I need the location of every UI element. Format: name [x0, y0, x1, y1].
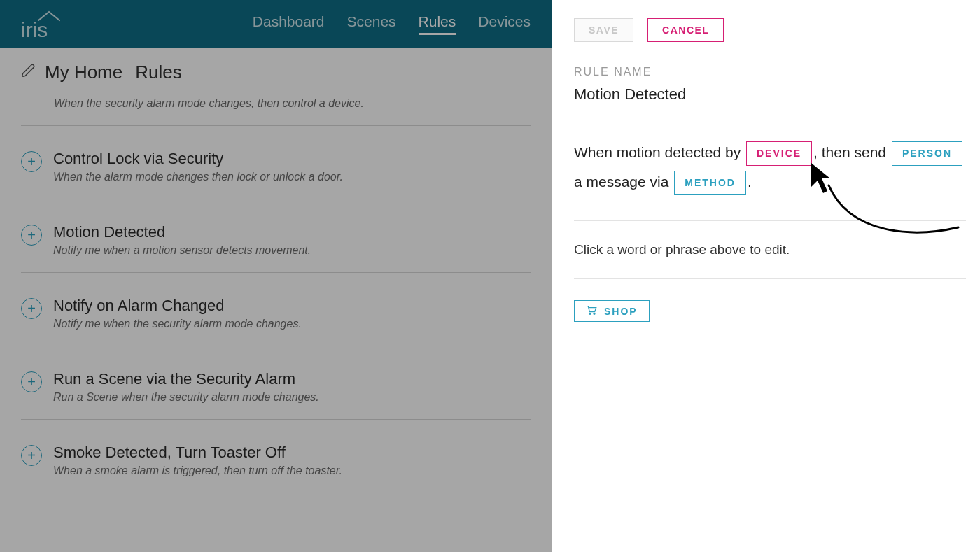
- rule-item[interactable]: + Run a Scene via the Security Alarm Run…: [21, 346, 531, 420]
- iris-logo: iris: [21, 9, 64, 40]
- nav-scenes[interactable]: Scenes: [347, 13, 396, 35]
- rule-item[interactable]: + Control Lock via Security When the ala…: [21, 126, 531, 199]
- person-chip[interactable]: PERSON: [892, 141, 962, 166]
- edit-hint-text: Click a word or phrase above to edit.: [574, 242, 966, 279]
- rule-description-partial: When the security alarm mode changes, th…: [21, 97, 531, 126]
- rule-description: Notify me when the security alarm mode c…: [53, 318, 302, 330]
- rule-item[interactable]: + Smoke Detected, Turn Toaster Off When …: [21, 420, 531, 493]
- save-button[interactable]: SAVE: [574, 18, 634, 42]
- rule-description: When a smoke alarm is triggered, then tu…: [53, 465, 342, 477]
- rule-sentence: When motion detected by DEVICE, then sen…: [574, 138, 966, 221]
- device-chip[interactable]: DEVICE: [746, 141, 812, 166]
- shop-label: SHOP: [604, 306, 638, 317]
- rule-description: Notify me when a motion sensor detects m…: [53, 244, 311, 257]
- page-subheader: My Home Rules: [0, 48, 552, 97]
- edit-icon[interactable]: [21, 62, 36, 83]
- rule-title: Run a Scene via the Security Alarm: [53, 370, 319, 388]
- nav-devices[interactable]: Devices: [478, 13, 531, 35]
- svg-text:iris: iris: [21, 18, 48, 40]
- add-rule-icon[interactable]: +: [21, 151, 42, 172]
- add-rule-icon[interactable]: +: [21, 225, 42, 246]
- svg-point-2: [589, 313, 591, 314]
- rules-list: When the security alarm mode changes, th…: [0, 97, 552, 552]
- rule-item[interactable]: + Notify on Alarm Changed Notify me when…: [21, 273, 531, 346]
- rule-editor-panel: SAVE CANCEL RULE NAME When motion detect…: [552, 0, 980, 552]
- rule-title: Control Lock via Security: [53, 150, 343, 168]
- rule-title: Notify on Alarm Changed: [53, 297, 302, 315]
- rule-title: Motion Detected: [53, 223, 311, 241]
- svg-point-3: [594, 313, 595, 314]
- sentence-text: When motion detected by: [574, 144, 741, 160]
- nav-rules[interactable]: Rules: [419, 13, 456, 35]
- breadcrumb-home: My Home: [45, 62, 122, 83]
- sentence-text: , then send: [813, 144, 886, 160]
- sentence-text: a message via: [574, 174, 668, 190]
- add-rule-icon[interactable]: +: [21, 445, 42, 466]
- cancel-button[interactable]: CANCEL: [648, 18, 724, 42]
- rule-title: Smoke Detected, Turn Toaster Off: [53, 444, 342, 462]
- breadcrumb-section: Rules: [135, 62, 181, 83]
- nav-dashboard[interactable]: Dashboard: [253, 13, 325, 35]
- rule-description: Run a Scene when the security alarm mode…: [53, 391, 319, 404]
- method-chip[interactable]: METHOD: [674, 171, 746, 195]
- add-rule-icon[interactable]: +: [21, 298, 42, 319]
- add-rule-icon[interactable]: +: [21, 371, 42, 392]
- cart-icon: [586, 305, 597, 317]
- shop-button[interactable]: SHOP: [574, 300, 650, 322]
- rule-item[interactable]: + Motion Detected Notify me when a motio…: [21, 199, 531, 273]
- rule-name-input[interactable]: [574, 83, 966, 111]
- rule-name-label: RULE NAME: [574, 66, 966, 78]
- sentence-text: .: [748, 174, 752, 190]
- rule-description: When the alarm mode changes then lock or…: [53, 171, 343, 183]
- top-nav-bar: iris Dashboard Scenes Rules Devices: [0, 0, 552, 48]
